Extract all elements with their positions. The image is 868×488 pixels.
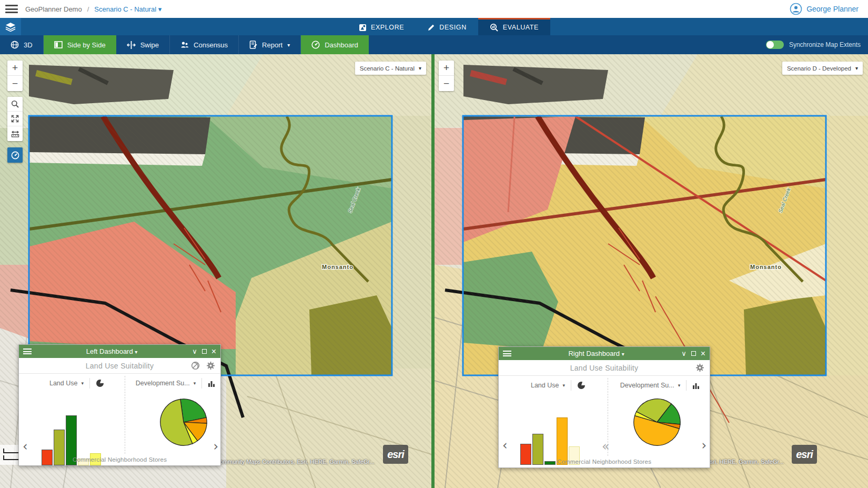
full-extent-button[interactable] [7, 112, 23, 126]
layers-icon [5, 22, 16, 32]
carousel-next-icon[interactable]: › [213, 440, 218, 453]
collapse-icon[interactable]: ∨ [192, 348, 197, 355]
window-controls: ∨ × [192, 347, 216, 356]
evaluate-toolbar: 3D Side by Side Swipe Consensus Report ▾… [0, 35, 868, 54]
widget-bar: Land Use Suitability [499, 360, 710, 376]
primary-nav: EXPLORE DESIGN EVALUATE [0, 18, 868, 35]
dashboard-title[interactable]: Left Dashboard ▾ [32, 347, 192, 355]
close-icon[interactable]: × [211, 347, 216, 356]
avatar [790, 3, 802, 15]
report-button[interactable]: Report ▾ [239, 35, 301, 54]
bar-chart-type-icon[interactable] [208, 380, 216, 387]
right-dashboard-window: Right Dashboard ▾ ∨ × Land Use Suitabili… [498, 346, 710, 468]
layers-panel-button[interactable] [0, 18, 21, 35]
chart-subject-label: Commercial Neighborhood Stores [499, 459, 710, 465]
dashboard-gauge-icon [11, 151, 19, 160]
sync-extents-toggle[interactable] [766, 41, 784, 49]
dashboard-tool-button[interactable] [7, 147, 23, 163]
development-suitability-selector[interactable]: Development Su... ▾ [617, 380, 704, 391]
side-by-side-button[interactable]: Side by Side [44, 35, 116, 54]
right-scenario-selector[interactable]: Scenario D - Developed ▾ [782, 62, 863, 75]
right-dashboard-titlebar[interactable]: Right Dashboard ▾ ∨ × [499, 347, 710, 360]
maximize-icon[interactable] [202, 349, 207, 354]
gear-icon[interactable] [695, 363, 704, 372]
user-menu[interactable]: George Planner [790, 3, 859, 15]
carousel-page-left-icon[interactable]: « [602, 440, 610, 453]
window-controls: ∨ × [681, 350, 705, 358]
dashboard-button[interactable]: Dashboard [301, 35, 369, 54]
collapse-icon[interactable]: ∨ [681, 350, 687, 357]
chevron-down-icon: ▾ [855, 65, 858, 71]
expand-icon [11, 115, 19, 123]
evaluate-icon [490, 23, 499, 32]
tab-evaluate[interactable]: EVALUATE [478, 18, 550, 35]
measure-icon [11, 131, 19, 137]
esri-logo: esri [792, 445, 817, 464]
chevron-down-icon: ▾ [622, 351, 624, 357]
development-suitability-pie-chart [158, 397, 209, 447]
zoom-out-button[interactable]: − [439, 76, 454, 91]
globe-icon [11, 41, 19, 49]
dashboard-charts-area: ‹ Land Use ▾ Development Su... ▾ › [19, 374, 220, 456]
zoom-in-button[interactable]: + [7, 61, 23, 76]
swipe-icon [127, 41, 136, 49]
left-zoom-control: + − [7, 61, 23, 91]
measure-button[interactable] [7, 126, 23, 141]
close-icon[interactable]: × [701, 350, 705, 358]
right-zoom-control: + − [439, 61, 454, 91]
dashboard-icon [311, 41, 320, 49]
widget-bar: Land Use Suitability [19, 358, 220, 374]
consensus-button[interactable]: Consensus [170, 35, 239, 54]
hide-on-map-icon[interactable] [191, 361, 200, 370]
map-label-monsanto: Monsanto [750, 264, 782, 270]
esri-logo: esri [383, 445, 408, 464]
pie-chart-type-icon[interactable] [577, 381, 586, 390]
chevron-down-icon: ▾ [678, 383, 681, 388]
chevron-down-icon: ▾ [194, 381, 196, 386]
dashboard-menu-icon[interactable] [503, 351, 511, 356]
report-icon [249, 41, 257, 49]
consensus-icon [180, 41, 189, 49]
pie-chart-type-icon[interactable] [96, 379, 104, 387]
left-scenario-selector[interactable]: Scenario C - Natural ▾ [355, 62, 426, 75]
zoom-out-button[interactable]: − [7, 76, 23, 91]
swipe-button[interactable]: Swipe [116, 35, 170, 54]
carousel-prev-icon[interactable]: ‹ [502, 439, 508, 452]
sync-extents-label: Synchronize Map Extents [789, 41, 861, 48]
widget-title: Land Use Suitability [499, 364, 710, 372]
dashboard-charts-area: ‹ Land Use ▾ Development Su... ▾ « › [499, 376, 710, 458]
gear-icon[interactable] [206, 361, 215, 370]
tab-design[interactable]: DESIGN [416, 18, 478, 35]
dashboard-menu-icon[interactable] [23, 348, 32, 354]
explore-icon [359, 24, 367, 32]
3d-button[interactable]: 3D [0, 35, 44, 54]
land-use-bar-chart [520, 417, 580, 465]
bar-chart-type-icon[interactable] [692, 382, 700, 389]
left-dashboard-window: Left Dashboard ▾ ∨ × Land Use Suitabilit… [18, 344, 221, 466]
chevron-down-icon: ▾ [81, 381, 84, 386]
search-button[interactable] [7, 97, 23, 112]
scenario-breadcrumb[interactable]: Scenario C - Natural ▾ [94, 5, 162, 13]
widget-title: Land Use Suitability [19, 362, 220, 370]
zoom-in-button[interactable]: + [439, 61, 454, 76]
maximize-icon[interactable] [691, 351, 696, 356]
land-use-selector[interactable]: Land Use ▾ [35, 378, 119, 389]
user-name: George Planner [806, 5, 859, 13]
carousel-prev-icon[interactable]: ‹ [23, 440, 28, 453]
dashboard-title[interactable]: Right Dashboard ▾ [511, 350, 681, 357]
left-dashboard-titlebar[interactable]: Left Dashboard ▾ ∨ × [19, 345, 220, 358]
map-label-monsanto: Monsanto [322, 264, 354, 270]
chevron-down-icon: ▾ [562, 383, 565, 388]
land-use-selector[interactable]: Land Use ▾ [514, 380, 602, 391]
pencil-icon [427, 24, 435, 32]
tab-explore[interactable]: EXPLORE [347, 18, 416, 35]
mode-tabs: EXPLORE DESIGN EVALUATE [347, 18, 550, 35]
development-suitability-pie-chart [632, 397, 682, 447]
development-suitability-selector[interactable]: Development Su... ▾ [134, 378, 218, 389]
chevron-down-icon: ▾ [287, 42, 290, 48]
main-menu-icon[interactable] [5, 5, 18, 13]
sync-extents-control: Synchronize Map Extents [766, 35, 861, 54]
carousel-next-icon[interactable]: › [701, 439, 706, 452]
top-bar: GeoPlanner Demo / Scenario C - Natural ▾… [0, 0, 868, 18]
chart-subject-label: Commercial Neighborhood Stores [19, 456, 220, 463]
